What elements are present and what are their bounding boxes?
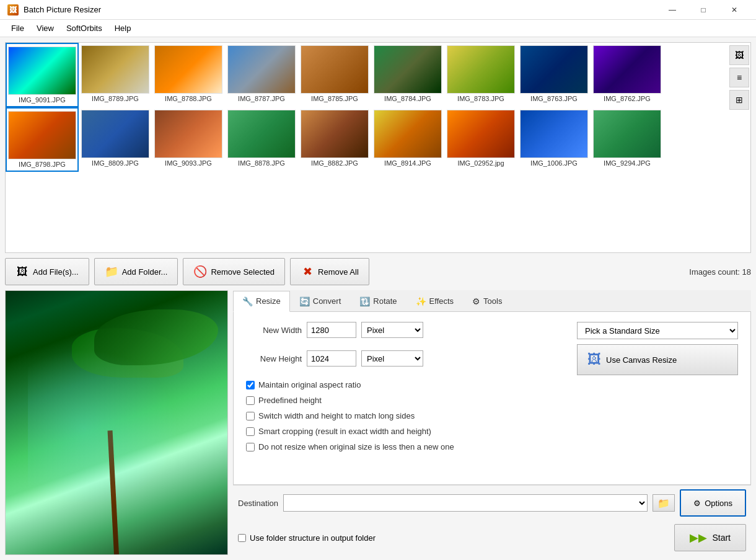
- thumb-image: [447, 110, 515, 158]
- canvas-icon: 🖼: [587, 352, 601, 368]
- new-height-input[interactable]: [307, 350, 356, 367]
- thumb-label: IMG_8787.JPG: [227, 95, 296, 102]
- predefined-height-checkbox[interactable]: [246, 396, 255, 405]
- options-gear-icon: ⚙: [693, 499, 701, 508]
- gallery-toolbar: 🖼 ≡ ⊞: [729, 45, 749, 110]
- options-label: Options: [705, 499, 732, 508]
- new-width-input[interactable]: [307, 322, 356, 338]
- thumb-item[interactable]: IMG_8784.JPG: [371, 43, 444, 107]
- tabs-bar: 🔧 Resize 🔄 Convert 🔃 Rotate ✨ Effects ⚙: [233, 290, 751, 312]
- thumb-item[interactable]: IMG_9093.JPG: [152, 107, 225, 172]
- app-title: Batch Picture Resizer: [24, 5, 658, 14]
- smart-crop-label[interactable]: Smart cropping (result in exact width an…: [258, 427, 431, 436]
- no-resize-checkbox[interactable]: [246, 443, 255, 451]
- thumb-item[interactable]: IMG_8785.JPG: [298, 43, 371, 107]
- thumb-label: IMG_02952.jpg: [447, 159, 515, 167]
- gallery-row-1: IMG_9091.JPG IMG_8789.JPG IMG_8788.JPG I…: [6, 43, 750, 107]
- title-bar: 🖼 Batch Picture Resizer — □ ✕: [0, 0, 756, 20]
- tab-effects[interactable]: ✨ Effects: [407, 290, 464, 311]
- menu-softorbits[interactable]: SoftOrbits: [60, 21, 108, 35]
- thumb-item[interactable]: IMG_8762.JPG: [591, 43, 664, 107]
- tab-tools[interactable]: ⚙ Tools: [463, 290, 511, 311]
- height-row: New Height Pixel Percent cm inch: [246, 350, 423, 367]
- options-button[interactable]: ⚙ Options: [680, 489, 746, 517]
- thumb-image: [154, 110, 222, 158]
- dest-buttons: ▶▶ Start: [674, 524, 746, 551]
- remove-all-button[interactable]: ✖ Remove All: [290, 258, 369, 285]
- add-folder-button[interactable]: 📁 Add Folder...: [94, 258, 178, 285]
- rotate-tab-label: Rotate: [373, 296, 397, 306]
- thumb-item[interactable]: IMG_8882.JPG: [298, 107, 371, 172]
- no-resize-label[interactable]: Do not resize when original size is less…: [258, 442, 454, 451]
- remove-selected-label: Remove Selected: [211, 267, 275, 277]
- destination-browse-button[interactable]: 📁: [653, 494, 675, 512]
- thumb-item[interactable]: IMG_8783.JPG: [444, 43, 517, 107]
- thumb-item[interactable]: IMG_8788.JPG: [152, 43, 225, 107]
- gallery-view-list[interactable]: ≡: [729, 68, 749, 87]
- smart-crop-row: Smart cropping (result in exact width an…: [246, 427, 738, 436]
- rotate-tab-icon: 🔃: [359, 296, 370, 306]
- preview-image: [6, 291, 227, 554]
- thumb-item[interactable]: IMG_9091.JPG: [6, 43, 79, 107]
- thumb-item[interactable]: IMG_02952.jpg: [444, 107, 517, 172]
- maintain-aspect-checkbox[interactable]: [246, 381, 255, 389]
- predefined-height-label[interactable]: Predefined height: [258, 396, 322, 405]
- remove-all-label: Remove All: [318, 267, 359, 277]
- folder-structure-checkbox[interactable]: [238, 534, 246, 542]
- smart-crop-checkbox[interactable]: [246, 427, 255, 436]
- thumb-item[interactable]: IMG_8787.JPG: [225, 43, 298, 107]
- thumb-image: [447, 45, 515, 94]
- destination-input[interactable]: [283, 494, 648, 512]
- effects-tab-icon: ✨: [416, 296, 426, 306]
- convert-tab-icon: 🔄: [299, 296, 310, 306]
- standard-size-select[interactable]: Pick a Standard Size 640x480 800x600 102…: [577, 322, 738, 339]
- main-content: IMG_9091.JPG IMG_8789.JPG IMG_8788.JPG I…: [0, 37, 756, 560]
- folder-structure-label[interactable]: Use folder structure in output folder: [250, 533, 376, 543]
- start-label: Start: [712, 533, 731, 543]
- tab-convert[interactable]: 🔄 Convert: [290, 290, 351, 311]
- remove-all-icon: ✖: [301, 265, 314, 278]
- width-unit-select[interactable]: Pixel Percent cm inch: [361, 322, 423, 338]
- no-resize-row: Do not resize when original size is less…: [246, 442, 738, 451]
- thumb-item[interactable]: IMG_9294.JPG: [591, 107, 664, 172]
- start-button[interactable]: ▶▶ Start: [674, 524, 746, 551]
- checkboxes-section: Maintain original aspect ratio Predefine…: [246, 380, 738, 451]
- thumb-image: [593, 45, 661, 94]
- thumb-label: IMG_9294.JPG: [593, 159, 661, 167]
- thumb-item[interactable]: IMG_8798.JPG: [6, 107, 79, 172]
- thumb-item[interactable]: IMG_1006.JPG: [517, 107, 591, 172]
- thumb-label: IMG_8882.JPG: [301, 159, 369, 167]
- thumb-item[interactable]: IMG_8809.JPG: [79, 107, 152, 172]
- thumb-label: IMG_1006.JPG: [520, 159, 588, 167]
- menu-view[interactable]: View: [30, 21, 60, 35]
- window-controls: — □ ✕: [658, 0, 749, 20]
- thumb-label: IMG_8878.JPG: [227, 159, 296, 167]
- minimize-button[interactable]: —: [658, 0, 687, 20]
- add-files-button[interactable]: 🖼 Add File(s)...: [5, 258, 89, 285]
- tab-resize[interactable]: 🔧 Resize: [233, 291, 290, 312]
- maintain-aspect-label[interactable]: Maintain original aspect ratio: [258, 380, 361, 389]
- gallery-view-grid[interactable]: ⊞: [729, 90, 749, 110]
- tab-rotate[interactable]: 🔃 Rotate: [350, 290, 406, 311]
- thumb-item[interactable]: IMG_8789.JPG: [79, 43, 152, 107]
- gallery-row-2: IMG_8798.JPG IMG_8809.JPG IMG_9093.JPG I…: [6, 107, 750, 172]
- tools-tab-label: Tools: [483, 296, 502, 306]
- canvas-resize-button[interactable]: 🖼 Use Canvas Resize: [577, 344, 738, 375]
- height-unit-select[interactable]: Pixel Percent cm inch: [361, 350, 423, 367]
- remove-selected-button[interactable]: 🚫 Remove Selected: [183, 258, 285, 285]
- switch-wh-checkbox[interactable]: [246, 412, 255, 420]
- thumb-image: [227, 45, 296, 94]
- thumb-item[interactable]: IMG_8878.JPG: [225, 107, 298, 172]
- close-button[interactable]: ✕: [720, 0, 749, 20]
- thumb-item[interactable]: IMG_8763.JPG: [517, 43, 591, 107]
- thumb-label: IMG_8783.JPG: [447, 95, 515, 102]
- thumb-item[interactable]: IMG_8914.JPG: [371, 107, 444, 172]
- thumb-image: [227, 110, 296, 158]
- menu-file[interactable]: File: [5, 21, 30, 35]
- new-width-label: New Width: [246, 326, 302, 335]
- maximize-button[interactable]: □: [689, 0, 718, 20]
- gallery-view-large[interactable]: 🖼: [729, 45, 749, 65]
- menu-help[interactable]: Help: [108, 21, 138, 35]
- app-icon: 🖼: [7, 4, 19, 16]
- switch-wh-label[interactable]: Switch width and height to match long si…: [258, 411, 415, 420]
